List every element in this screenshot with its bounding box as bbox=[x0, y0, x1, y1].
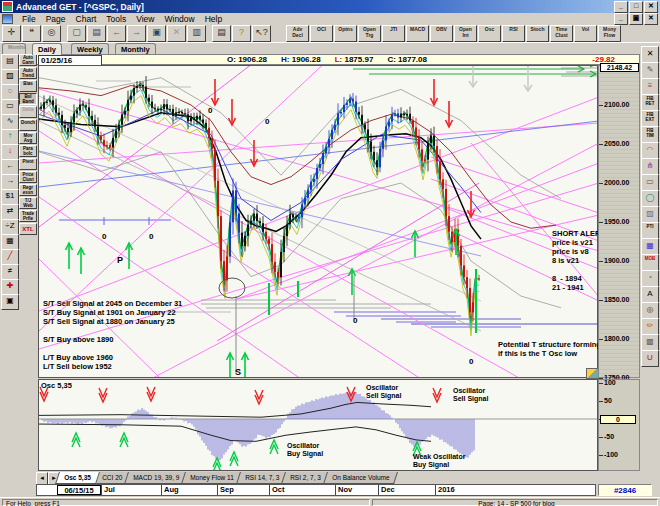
new-chart-icon[interactable]: ▢ bbox=[67, 25, 86, 42]
fib-ext-button[interactable]: FIBEXT bbox=[641, 110, 659, 127]
mdi-minimize-button[interactable]: _ bbox=[614, 13, 628, 25]
study-button-stoch[interactable]: Stoch bbox=[526, 25, 549, 42]
delete-x-icon[interactable]: ✕ bbox=[641, 46, 659, 63]
study-price[interactable]: PriceClust bbox=[19, 171, 37, 183]
study-button-mony[interactable]: MonyFlow bbox=[598, 25, 621, 42]
study-button-optns[interactable]: Optns bbox=[334, 25, 357, 42]
undo-button[interactable]: U bbox=[641, 350, 659, 367]
study-button-open[interactable]: OpenInt bbox=[454, 25, 477, 42]
price-scale-icon[interactable]: $1 bbox=[1, 189, 19, 205]
maximize-button[interactable]: □ bbox=[629, 1, 643, 13]
indicator-tab-macd-19-39-9[interactable]: MACD 19, 39, 9 bbox=[124, 472, 188, 484]
study-button-open[interactable]: OpenTrg bbox=[358, 25, 381, 42]
compress-icon[interactable]: ⇄ bbox=[1, 204, 19, 220]
study-bol[interactable]: BolBand bbox=[19, 93, 37, 105]
oscillator-panel[interactable]: Osc 5,35 OscillatorSell SignalOscillator… bbox=[38, 379, 598, 471]
study-button-osc[interactable]: Osc bbox=[478, 25, 501, 42]
study-pivot[interactable]: Pivot bbox=[19, 158, 37, 170]
arrow-left-icon[interactable]: ← bbox=[1, 159, 19, 175]
study-button-oci[interactable]: OCI bbox=[310, 25, 333, 42]
menu-help[interactable]: Help bbox=[200, 14, 227, 24]
gann-colors-icon[interactable]: ▨ bbox=[1, 69, 19, 85]
menu-chart[interactable]: Chart bbox=[71, 14, 102, 24]
pitchfork-icon[interactable]: ⋔ bbox=[641, 158, 659, 175]
lines-icon[interactable]: ╱ bbox=[1, 249, 19, 265]
divide-icon[interactable]: ÷Z bbox=[1, 219, 19, 235]
study-button-macd[interactable]: MACD bbox=[406, 25, 429, 42]
indicator-tab-money-flow-11[interactable]: Money Flow 11 bbox=[181, 472, 242, 484]
menu-file[interactable]: File bbox=[17, 14, 41, 24]
study-button-jti[interactable]: JTI bbox=[382, 25, 405, 42]
save-icon[interactable]: ▤ bbox=[87, 25, 106, 42]
chart-open-icon[interactable]: ▤ bbox=[1, 54, 19, 70]
price-chart[interactable]: P000000SS/T Sell Signal at 2045 on Decem… bbox=[38, 65, 598, 378]
mob-button[interactable]: MOB bbox=[641, 254, 659, 271]
close-button[interactable]: ✕ bbox=[644, 1, 658, 13]
study-button-rsi[interactable]: RSI bbox=[502, 25, 525, 42]
minimize-button[interactable]: _ bbox=[614, 1, 628, 13]
study-trade[interactable]: TradePrfle bbox=[19, 210, 37, 222]
small-grid-icon[interactable]: ▩ bbox=[641, 334, 659, 351]
fib-lines-icon[interactable]: ≡ bbox=[641, 78, 659, 95]
tab-daily[interactable]: Daily bbox=[32, 43, 62, 55]
indicator-tab-rsi-14-7-3[interactable]: RSI 14, 7, 3 bbox=[236, 472, 288, 484]
magnifier-icon[interactable]: ◎ bbox=[641, 302, 659, 319]
menu-tools[interactable]: Tools bbox=[101, 14, 131, 24]
study-delta[interactable]: Delta bbox=[19, 106, 37, 118]
quotes-icon[interactable]: ❝ bbox=[22, 25, 41, 42]
next-page-icon[interactable]: → bbox=[127, 25, 146, 42]
elliott-wave-icon[interactable]: ∿ bbox=[1, 114, 19, 130]
copy-chart-icon[interactable]: ▥ bbox=[187, 25, 206, 42]
study-donch[interactable]: Donch bbox=[19, 119, 37, 131]
analysis-icon[interactable]: ◔ bbox=[641, 270, 659, 287]
time-date-box[interactable]: 06/15/15 bbox=[57, 485, 101, 495]
fib-tim-button[interactable]: FIBTIM bbox=[641, 126, 659, 143]
arrow-right-icon[interactable]: → bbox=[1, 174, 19, 190]
fib-ret-button[interactable]: FIBRET bbox=[641, 94, 659, 111]
study-button-adv[interactable]: AdvDecl bbox=[286, 25, 309, 42]
indicator-tab-osc-5-35[interactable]: Osc 5,35 bbox=[55, 472, 100, 484]
pages-icon[interactable]: ▣ bbox=[147, 25, 166, 42]
arrow-up-icon[interactable]: ↑ bbox=[1, 129, 19, 145]
color-pencil-icon[interactable]: ✏ bbox=[641, 318, 659, 335]
menu-view[interactable]: View bbox=[131, 14, 159, 24]
study-para[interactable]: Parabolc bbox=[19, 145, 37, 157]
print-icon[interactable]: ▤ bbox=[212, 25, 231, 42]
rectangle-tool-icon[interactable]: ▭ bbox=[641, 174, 659, 191]
prev-page-icon[interactable]: ← bbox=[107, 25, 126, 42]
study-auto[interactable]: AutoGann bbox=[19, 54, 37, 66]
study-tj[interactable]: T/JWeb bbox=[19, 197, 37, 209]
study-regr[interactable]: Regressn bbox=[19, 184, 37, 196]
cycles-icon[interactable]: ◌ bbox=[1, 84, 19, 100]
study-button-vol[interactable]: Vol bbox=[574, 25, 597, 42]
grid-icon[interactable]: ▦ bbox=[641, 238, 659, 255]
mdi-close-button[interactable]: ✕ bbox=[644, 13, 658, 25]
help-icon[interactable]: ? bbox=[232, 25, 251, 42]
gann-lines-icon[interactable]: ≠ bbox=[1, 264, 19, 280]
indicator-tab-on-balance-volume[interactable]: On Balance Volume bbox=[323, 472, 398, 484]
gann-arc-icon[interactable]: ◠ bbox=[641, 142, 659, 159]
mdi-restore-button[interactable]: ▣ bbox=[629, 13, 643, 25]
keypad-icon[interactable]: ▦ bbox=[1, 234, 19, 250]
pencil-icon[interactable]: ✎ bbox=[641, 62, 659, 79]
study-button-obv[interactable]: OBV bbox=[430, 25, 453, 42]
regression-icon[interactable]: ▨ bbox=[641, 206, 659, 223]
menu-window[interactable]: Window bbox=[159, 14, 199, 24]
study-auto[interactable]: AutoTrend bbox=[19, 67, 37, 79]
copy-window-icon[interactable]: ▣ bbox=[1, 294, 19, 310]
context-help-icon[interactable]: ↖? bbox=[252, 25, 271, 42]
delete-icon[interactable]: ✕ bbox=[167, 25, 186, 42]
arrow-down-icon[interactable]: ↓ bbox=[1, 144, 19, 160]
menu-page[interactable]: Page bbox=[41, 14, 71, 24]
pointer-tool-icon[interactable]: ✛ bbox=[2, 25, 21, 42]
text-tool-icon[interactable]: A bbox=[641, 286, 659, 303]
zoom-icon[interactable]: ◎ bbox=[42, 25, 61, 42]
study-mov[interactable]: MovAvg bbox=[19, 132, 37, 144]
study-button-time[interactable]: TimeClust bbox=[550, 25, 573, 42]
red-plus-icon[interactable]: ✚ bbox=[1, 279, 19, 295]
mob-study-icon[interactable]: ▭ bbox=[1, 99, 19, 115]
study-bias[interactable]: Bias bbox=[19, 80, 37, 92]
ellipse-tool-icon[interactable]: ◯ bbox=[641, 190, 659, 207]
pti-button[interactable]: PTI bbox=[641, 222, 659, 239]
study-xtl[interactable]: XTL bbox=[19, 223, 37, 235]
